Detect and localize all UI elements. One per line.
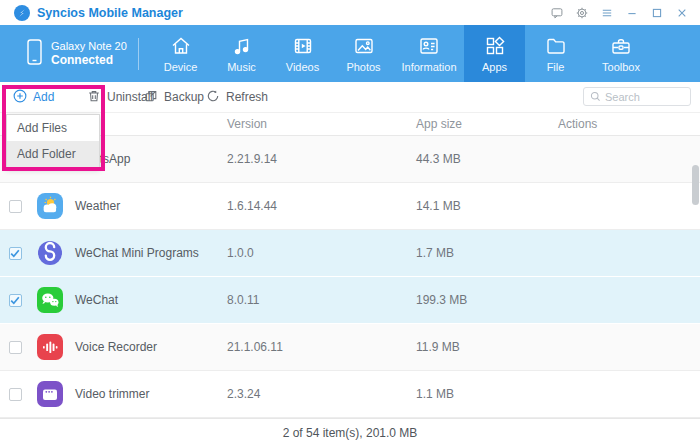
close-icon[interactable] [674, 5, 690, 21]
backup-button[interactable]: Backup [144, 82, 204, 112]
app-table: WhatsApp 2.21.9.14 44.3 MB Weather 1.6.1… [0, 136, 700, 418]
search-box[interactable] [583, 87, 691, 106]
app-size: 1.7 MB [416, 246, 558, 260]
row-checkbox[interactable] [9, 388, 22, 401]
dropdown-item-add-files[interactable]: Add Files [7, 115, 99, 141]
tab-information[interactable]: Information [394, 25, 464, 82]
navbar: Galaxy Note 20 Connected Device Music Vi… [0, 25, 700, 82]
row-checkbox[interactable] [9, 341, 22, 354]
tab-music[interactable]: Music [211, 25, 272, 82]
app-window: Syncios Mobile Manager [0, 0, 700, 446]
column-header-actions[interactable]: Actions [558, 117, 700, 131]
app-name: WeChat [70, 293, 227, 307]
photo-icon [352, 34, 376, 58]
add-button[interactable]: Add [13, 82, 54, 112]
tab-apps[interactable]: Apps [464, 25, 525, 82]
tab-device[interactable]: Device [150, 25, 211, 82]
dropdown-item-add-folder[interactable]: Add Folder [7, 141, 99, 167]
phone-icon [26, 38, 43, 70]
wechat-mini-icon [37, 240, 63, 266]
nav-tabs: Device Music Videos Photos Information A… [150, 25, 656, 82]
id-card-icon [417, 34, 441, 58]
tab-photos[interactable]: Photos [333, 25, 394, 82]
toolbar: Add Uninstall Backup Refresh [0, 82, 700, 112]
syncios-logo-icon [14, 5, 30, 21]
music-note-icon [230, 34, 254, 58]
device-info: Galaxy Note 20 Connected [0, 25, 138, 82]
device-name: Galaxy Note 20 [51, 39, 127, 53]
app-name: Weather [70, 199, 227, 213]
scrollbar-thumb[interactable] [692, 165, 699, 205]
statusbar: 2 of 54 item(s), 201.0 MB [0, 418, 700, 446]
table-row[interactable]: WeChat 8.0.11 199.3 MB [0, 277, 700, 324]
wechat-icon [37, 287, 63, 313]
table-row[interactable]: Video trimmer 2.3.24 1.1 MB [0, 371, 700, 418]
video-trimmer-icon [37, 381, 63, 407]
table-row[interactable]: Weather 1.6.14.44 14.1 MB [0, 183, 700, 230]
row-checkbox[interactable] [9, 200, 22, 213]
app-version: 1.0.0 [227, 246, 416, 260]
app-name: Video trimmer [70, 387, 227, 401]
app-version: 21.1.06.11 [227, 340, 416, 354]
app-size: 199.3 MB [416, 293, 558, 307]
plus-circle-icon [13, 89, 27, 106]
menu-icon[interactable] [599, 5, 615, 21]
weather-icon [37, 193, 63, 219]
window-title: Syncios Mobile Manager [37, 6, 183, 20]
tab-videos[interactable]: Videos [272, 25, 333, 82]
column-header-version[interactable]: Version [227, 117, 416, 131]
app-size: 11.9 MB [416, 340, 558, 354]
app-size: 1.1 MB [416, 387, 558, 401]
row-checkbox[interactable] [9, 247, 22, 260]
toolbox-icon [609, 34, 633, 58]
table-header: Version App size Actions [0, 112, 700, 136]
app-name: Voice Recorder [70, 340, 227, 354]
app-size: 14.1 MB [416, 199, 558, 213]
footer-status: 2 of 54 item(s), 201.0 MB [283, 426, 418, 440]
film-icon [291, 34, 315, 58]
backup-icon [144, 89, 158, 106]
window-controls [549, 0, 700, 25]
refresh-icon [206, 89, 220, 106]
titlebar: Syncios Mobile Manager [0, 0, 700, 25]
app-name: WeChat Mini Programs [70, 246, 227, 260]
app-version: 2.21.9.14 [227, 152, 416, 166]
app-size: 44.3 MB [416, 152, 558, 166]
table-row[interactable]: WeChat Mini Programs 1.0.0 1.7 MB [0, 230, 700, 277]
tab-toolbox[interactable]: Toolbox [586, 25, 656, 82]
row-checkbox[interactable] [9, 294, 22, 307]
app-version: 8.0.11 [227, 293, 416, 307]
minimize-icon[interactable] [624, 5, 640, 21]
app-version: 2.3.24 [227, 387, 416, 401]
apps-grid-icon [483, 34, 507, 58]
trash-icon [87, 89, 101, 106]
maximize-icon[interactable] [649, 5, 665, 21]
home-icon [169, 34, 193, 58]
device-status: Connected [51, 53, 127, 68]
settings-gear-icon[interactable] [574, 5, 590, 21]
table-row[interactable]: WhatsApp 2.21.9.14 44.3 MB [0, 136, 700, 183]
folder-icon [544, 34, 568, 58]
feedback-icon[interactable] [549, 5, 565, 21]
voice-recorder-icon [37, 334, 63, 360]
nav-divider [138, 38, 139, 70]
search-icon [590, 91, 601, 102]
table-row[interactable]: Voice Recorder 21.1.06.11 11.9 MB [0, 324, 700, 371]
app-version: 1.6.14.44 [227, 199, 416, 213]
add-dropdown-menu: Add FilesAdd Folder [6, 114, 100, 168]
column-header-app-size[interactable]: App size [416, 117, 558, 131]
tab-file[interactable]: File [525, 25, 586, 82]
search-input[interactable] [605, 91, 685, 103]
refresh-label: Refresh [226, 90, 268, 104]
refresh-button[interactable]: Refresh [206, 82, 268, 112]
backup-label: Backup [164, 90, 204, 104]
add-label: Add [33, 90, 54, 104]
